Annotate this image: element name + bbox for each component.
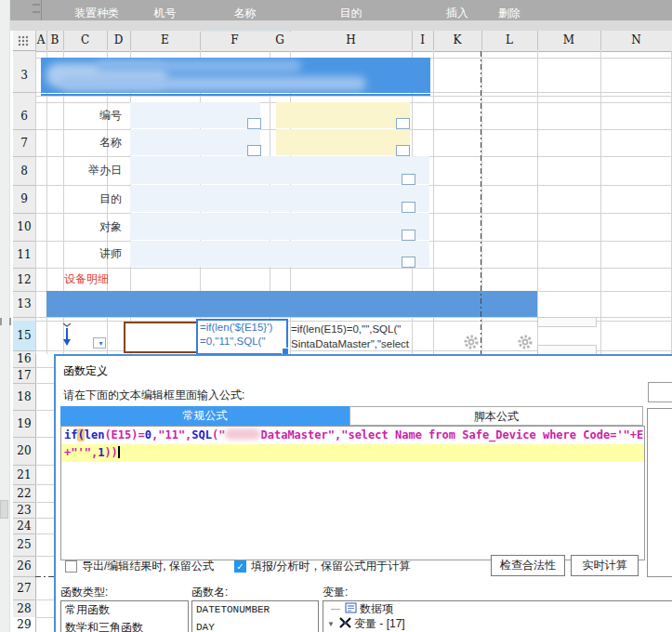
th-name[interactable]: 名称 bbox=[200, 0, 290, 26]
function-type-item[interactable]: 常用函数 bbox=[61, 601, 188, 619]
input-cell[interactable] bbox=[130, 102, 260, 128]
th-purpose[interactable]: 目的 bbox=[290, 0, 412, 26]
tab-regular-formula[interactable]: 常规公式 bbox=[60, 406, 349, 426]
fill-keep-formula-checkbox[interactable]: ✓ bbox=[234, 560, 246, 573]
row-header-27[interactable]: 27 bbox=[13, 576, 35, 600]
widget-indicator[interactable] bbox=[402, 230, 415, 241]
grid-hline bbox=[35, 502, 54, 503]
widget-indicator[interactable] bbox=[402, 174, 415, 185]
tree-collapse-arrow[interactable]: ▼ bbox=[325, 620, 336, 628]
row-header-15[interactable]: 15 bbox=[13, 321, 35, 351]
widget-indicator[interactable] bbox=[396, 118, 410, 129]
insert-row-arrow-icon[interactable] bbox=[61, 321, 72, 349]
input-cell[interactable] bbox=[130, 185, 429, 212]
export-keep-formula-checkbox[interactable] bbox=[65, 560, 77, 573]
delete-button-gear-icon[interactable] bbox=[518, 335, 533, 349]
variable-tree-item[interactable]: 数据项 bbox=[323, 601, 672, 616]
row-header-13[interactable]: 13 bbox=[13, 291, 35, 318]
input-cell[interactable] bbox=[130, 129, 260, 155]
check-validity-button[interactable]: 检查合法性 bbox=[491, 555, 565, 576]
row-header-6[interactable]: 6 bbox=[13, 102, 35, 130]
function-name-item[interactable]: DATETONUMBER bbox=[192, 601, 318, 619]
select-all-corner[interactable] bbox=[13, 31, 36, 51]
widget-indicator[interactable] bbox=[402, 202, 415, 213]
row-header-29[interactable]: 29 bbox=[13, 617, 35, 632]
widget-indicator[interactable] bbox=[247, 145, 261, 156]
grid-hline bbox=[35, 617, 54, 618]
column-header-M[interactable]: M bbox=[537, 31, 601, 50]
form-row-label: 名称 bbox=[63, 129, 122, 156]
column-header-N[interactable]: N bbox=[600, 31, 672, 50]
banner-underline bbox=[41, 94, 430, 96]
row-header-17[interactable]: 17 bbox=[13, 367, 35, 384]
row-header-7[interactable]: 7 bbox=[13, 129, 35, 157]
formula-token: 0 bbox=[145, 428, 152, 441]
row-header-24[interactable]: 24 bbox=[13, 518, 35, 534]
formula-editor[interactable]: if(len(E15)=0,"11",SQL("DataMaster","sel… bbox=[60, 426, 645, 560]
row-header-19[interactable]: 19 bbox=[13, 410, 35, 438]
widget-indicator[interactable] bbox=[247, 118, 261, 129]
input-cell[interactable] bbox=[130, 156, 429, 184]
column-header-G[interactable]: G bbox=[270, 31, 291, 32]
th-device-type[interactable]: 装置种类 bbox=[63, 0, 130, 26]
column-header-E[interactable]: E bbox=[130, 31, 201, 50]
formula-token: ( bbox=[77, 428, 84, 441]
th-machine-no[interactable]: 机号 bbox=[130, 0, 200, 26]
pane-collapse-handle[interactable] bbox=[0, 500, 8, 519]
grid-hline bbox=[35, 533, 54, 534]
column-header-K[interactable]: K bbox=[433, 31, 482, 50]
dropdown-widget-icon[interactable]: ▼ bbox=[93, 337, 106, 349]
insert-button-gear-icon[interactable] bbox=[464, 335, 479, 349]
variables-tree[interactable]: 数据项▼变量 - [17] bbox=[323, 600, 672, 632]
row-header-23[interactable]: 23 bbox=[13, 502, 35, 519]
function-type-list[interactable]: 常用函数数学和三角函数 bbox=[60, 600, 189, 632]
function-name-item[interactable]: DAY bbox=[192, 619, 318, 632]
row-header-26[interactable]: 26 bbox=[13, 556, 35, 577]
row-header-20[interactable]: 20 bbox=[13, 437, 35, 466]
input-cell[interactable] bbox=[130, 241, 429, 267]
grid-hline bbox=[35, 383, 54, 384]
widget-indicator[interactable] bbox=[402, 257, 415, 268]
row-header-22[interactable]: 22 bbox=[13, 484, 35, 503]
variable-item-label: 数据项 bbox=[360, 601, 393, 617]
formula-token: +"'" bbox=[64, 446, 91, 459]
row-header-11[interactable]: 11 bbox=[13, 241, 35, 269]
row-header-10[interactable]: 10 bbox=[13, 213, 35, 242]
device-table-header bbox=[46, 291, 537, 317]
variable-item-label: 变量 - [17] bbox=[354, 616, 405, 632]
row-header-9[interactable]: 9 bbox=[13, 185, 35, 214]
formula-name-input[interactable] bbox=[648, 382, 672, 402]
row-header-8[interactable]: 8 bbox=[13, 156, 35, 186]
function-type-label: 函数类型: bbox=[60, 585, 108, 600]
row-header-3[interactable]: 3 bbox=[13, 58, 35, 93]
cell-h15-formula[interactable]: =if(len(E15)=0,"",SQL("SintaDataMaster",… bbox=[291, 322, 417, 352]
row-header-16[interactable]: 16 bbox=[13, 350, 35, 368]
column-header-C[interactable]: C bbox=[63, 31, 108, 50]
row-header-28[interactable]: 28 bbox=[13, 599, 35, 618]
widget-indicator[interactable] bbox=[396, 145, 410, 156]
column-header-D[interactable]: D bbox=[107, 31, 131, 50]
column-header-L[interactable]: L bbox=[481, 31, 538, 50]
row-header-25[interactable]: 25 bbox=[13, 533, 35, 557]
function-type-item[interactable]: 数学和三角函数 bbox=[61, 619, 188, 632]
input-cell-highlighted[interactable] bbox=[276, 102, 410, 128]
column-header-B[interactable]: B bbox=[46, 31, 64, 50]
pane-splitter-icon[interactable] bbox=[0, 318, 11, 325]
row-header-21[interactable]: 21 bbox=[13, 465, 35, 485]
row-header-12[interactable]: 12 bbox=[13, 268, 35, 292]
selected-cell-f15[interactable]: =if(len('${E15}') =0,"11",SQL(" bbox=[196, 319, 288, 355]
tab-script-formula[interactable]: 脚本公式 bbox=[349, 406, 643, 426]
column-header-F[interactable]: F bbox=[200, 31, 270, 32]
variable-tree-item[interactable]: ▼变量 - [17] bbox=[323, 616, 672, 631]
realtime-calc-button[interactable]: 实时计算 bbox=[571, 555, 639, 576]
column-header-I[interactable]: I bbox=[412, 31, 434, 50]
function-name-list[interactable]: DATETONUMBERDAY bbox=[191, 600, 319, 632]
th-insert[interactable]: 插入 bbox=[433, 0, 481, 26]
input-cell-highlighted[interactable] bbox=[276, 129, 410, 155]
edit-cell-e15[interactable] bbox=[124, 322, 199, 353]
column-header-H[interactable]: H bbox=[290, 31, 413, 50]
th-delete[interactable]: 删除 bbox=[481, 0, 537, 26]
input-cell[interactable] bbox=[130, 213, 429, 240]
row-header-18[interactable]: 18 bbox=[13, 383, 35, 411]
title-banner-cell[interactable] bbox=[41, 58, 430, 93]
